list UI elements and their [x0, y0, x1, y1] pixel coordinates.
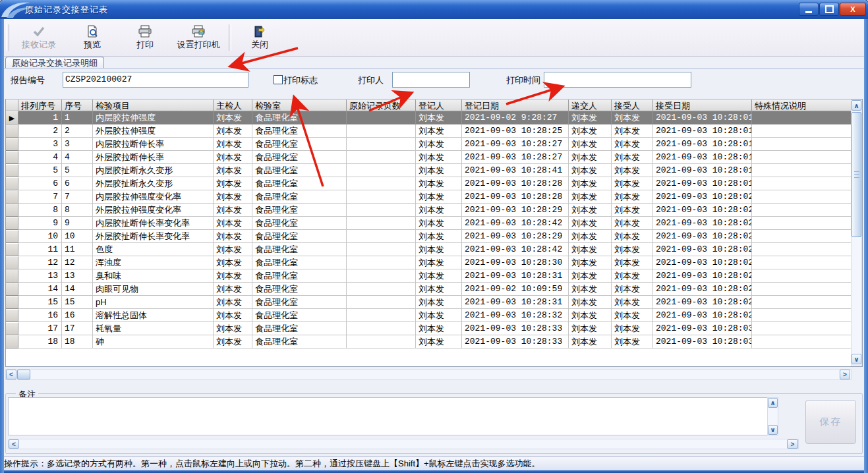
- table-cell[interactable]: 食品理化室: [252, 151, 347, 164]
- table-cell[interactable]: 2021-09-03 10:28:02: [653, 230, 752, 243]
- table-cell[interactable]: 5: [18, 164, 62, 177]
- table-row[interactable]: 99内层胶扯断伸长率变化率刘本发食品理化室刘本发2021-09-03 10:28…: [6, 217, 852, 230]
- table-cell[interactable]: 刘本发: [416, 204, 462, 217]
- table-row[interactable]: 1010外层胶扯断伸长率变化率刘本发食品理化室刘本发2021-09-03 10:…: [6, 230, 852, 243]
- column-header[interactable]: 递交人: [569, 99, 612, 111]
- print-person-input[interactable]: [392, 72, 470, 88]
- table-cell[interactable]: 刘本发: [214, 230, 252, 243]
- table-cell[interactable]: 刘本发: [416, 256, 462, 269]
- table-cell[interactable]: 浑浊度: [93, 256, 214, 269]
- table-cell[interactable]: [347, 111, 416, 125]
- table-cell[interactable]: 外层胶扯断伸长率变化率: [93, 230, 214, 243]
- column-header[interactable]: 序号: [62, 99, 93, 111]
- table-cell[interactable]: 刘本发: [569, 151, 612, 164]
- table-cell[interactable]: 内层胶拉伸强度: [93, 111, 214, 125]
- table-cell[interactable]: 2: [62, 125, 93, 138]
- table-row[interactable]: 1111色度刘本发食品理化室刘本发2021-09-03 10:28:42刘本发刘…: [6, 243, 852, 256]
- table-cell[interactable]: 2021-09-03 10:28:02: [653, 243, 752, 256]
- table-cell[interactable]: 10: [62, 230, 93, 243]
- table-cell[interactable]: 食品理化室: [252, 138, 347, 151]
- table-cell[interactable]: 刘本发: [416, 230, 462, 243]
- table-cell[interactable]: 5: [62, 164, 93, 177]
- table-cell[interactable]: 刘本发: [416, 309, 462, 322]
- table-cell[interactable]: 食品理化室: [252, 296, 347, 309]
- table-cell[interactable]: [752, 217, 852, 230]
- table-cell[interactable]: 刘本发: [612, 190, 653, 204]
- table-cell[interactable]: 2021-09-03 10:28:27: [462, 138, 569, 151]
- table-cell[interactable]: 刘本发: [569, 164, 612, 177]
- table-cell[interactable]: 食品理化室: [252, 322, 347, 335]
- table-cell[interactable]: pH: [93, 296, 214, 309]
- table-cell[interactable]: [752, 335, 852, 348]
- table-cell[interactable]: 色度: [93, 243, 214, 256]
- table-row[interactable]: 1818砷刘本发食品理化室刘本发2021-09-03 10:28:33刘本发刘本…: [6, 335, 852, 348]
- table-cell[interactable]: 刘本发: [416, 138, 462, 151]
- table-cell[interactable]: 食品理化室: [252, 177, 347, 190]
- table-cell[interactable]: 刘本发: [416, 296, 462, 309]
- table-row[interactable]: 22外层胶拉伸强度刘本发食品理化室刘本发2021-09-03 10:28:25刘…: [6, 125, 852, 138]
- column-header[interactable]: 登记人: [416, 99, 462, 111]
- table-cell[interactable]: [347, 177, 416, 190]
- receive-records-button[interactable]: 接收记录: [12, 21, 66, 54]
- remark-textarea[interactable]: [8, 397, 767, 435]
- table-cell[interactable]: 刘本发: [569, 190, 612, 204]
- table-row[interactable]: 1212浑浊度刘本发食品理化室刘本发2021-09-03 10:28:30刘本发…: [6, 256, 852, 269]
- remark-scroll-left-icon[interactable]: <: [9, 439, 19, 449]
- table-cell[interactable]: 6: [18, 177, 62, 190]
- table-cell[interactable]: [347, 151, 416, 164]
- table-cell[interactable]: 2021-09-03 10:28:03: [653, 322, 752, 335]
- table-cell[interactable]: 内层胶拉伸强度变化率: [93, 190, 214, 204]
- table-row[interactable]: 77内层胶拉伸强度变化率刘本发食品理化室刘本发2021-09-03 10:28:…: [6, 190, 852, 204]
- table-cell[interactable]: [752, 138, 852, 151]
- table-cell[interactable]: 1: [62, 111, 93, 125]
- table-cell[interactable]: 2021-09-03 10:28:01: [653, 151, 752, 164]
- table-cell[interactable]: 食品理化室: [252, 256, 347, 269]
- table-cell[interactable]: [347, 269, 416, 283]
- table-cell[interactable]: 刘本发: [214, 111, 252, 125]
- table-cell[interactable]: 2021-09-03 10:28:29: [462, 204, 569, 217]
- table-cell[interactable]: 食品理化室: [252, 164, 347, 177]
- table-cell[interactable]: 刘本发: [569, 269, 612, 283]
- table-cell[interactable]: 8: [62, 204, 93, 217]
- table-cell[interactable]: 刘本发: [569, 177, 612, 190]
- table-cell[interactable]: 16: [62, 309, 93, 322]
- table-cell[interactable]: 2021-09-03 10:28:28: [462, 190, 569, 204]
- table-cell[interactable]: 食品理化室: [252, 217, 347, 230]
- minimize-button[interactable]: [799, 3, 819, 16]
- table-cell[interactable]: 刘本发: [612, 243, 653, 256]
- table-row[interactable]: 55内层胶扯断永久变形刘本发食品理化室刘本发2021-09-03 10:28:4…: [6, 164, 852, 177]
- table-cell[interactable]: [347, 322, 416, 335]
- table-cell[interactable]: 13: [18, 269, 62, 283]
- table-cell[interactable]: 刘本发: [214, 190, 252, 204]
- column-header[interactable]: 接受人: [612, 99, 653, 111]
- table-cell[interactable]: 2021-09-03 10:28:02: [653, 217, 752, 230]
- table-cell[interactable]: 外层胶拉伸强度变化率: [93, 204, 214, 217]
- close-button[interactable]: X: [840, 3, 866, 16]
- scroll-right-icon[interactable]: >: [840, 370, 850, 379]
- table-cell[interactable]: 7: [18, 190, 62, 204]
- table-cell[interactable]: 刘本发: [612, 283, 653, 296]
- table-row[interactable]: ▶11内层胶拉伸强度刘本发食品理化室刘本发2021-09-02 9:28:27刘…: [6, 111, 852, 125]
- table-cell[interactable]: 刘本发: [612, 296, 653, 309]
- table-row[interactable]: 1313臭和味刘本发食品理化室刘本发2021-09-03 10:28:31刘本发…: [6, 269, 852, 283]
- table-cell[interactable]: 食品理化室: [252, 204, 347, 217]
- table-cell[interactable]: 9: [18, 217, 62, 230]
- table-cell[interactable]: 刘本发: [416, 164, 462, 177]
- table-cell[interactable]: [752, 164, 852, 177]
- row-selector-cell[interactable]: [6, 138, 18, 151]
- table-cell[interactable]: 刘本发: [569, 217, 612, 230]
- print-time-input[interactable]: [544, 72, 691, 88]
- scroll-left-icon[interactable]: <: [6, 370, 16, 379]
- table-cell[interactable]: 刘本发: [569, 322, 612, 335]
- row-selector-cell[interactable]: [6, 230, 18, 243]
- table-cell[interactable]: 刘本发: [214, 151, 252, 164]
- table-cell[interactable]: 刘本发: [569, 111, 612, 125]
- table-hscroll-thumb[interactable]: [17, 370, 30, 379]
- table-cell[interactable]: 2021-09-03 10:28:33: [462, 322, 569, 335]
- table-cell[interactable]: 内层胶扯断伸长率变化率: [93, 217, 214, 230]
- table-cell[interactable]: 2021-09-03 10:28:29: [462, 230, 569, 243]
- table-cell[interactable]: [752, 256, 852, 269]
- table-cell[interactable]: 2021-09-03 10:28:02: [653, 283, 752, 296]
- table-cell[interactable]: 食品理化室: [252, 283, 347, 296]
- table-cell[interactable]: 刘本发: [416, 151, 462, 164]
